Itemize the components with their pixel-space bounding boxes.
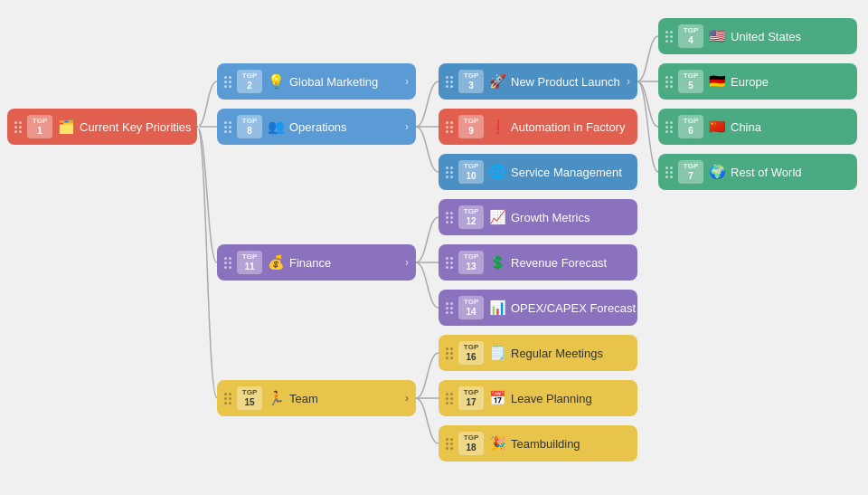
node-label: Service Management — [511, 166, 630, 179]
node-n9[interactable]: TGP 9 ❗ Automation in Factory — [439, 109, 637, 145]
node-label: Team — [289, 392, 400, 405]
drag-handle[interactable] — [224, 121, 231, 133]
drag-handle[interactable] — [665, 76, 673, 88]
drag-handle[interactable] — [665, 121, 673, 133]
node-n4[interactable]: TGP 4 🇺🇸 United States — [658, 18, 857, 54]
node-n6[interactable]: TGP 6 🇨🇳 China — [658, 109, 857, 145]
drag-handle[interactable] — [446, 347, 453, 359]
connection-line — [197, 127, 217, 262]
node-emoji: 🗂️ — [58, 119, 75, 135]
node-n1[interactable]: TGP 1 🗂️ Current Key Priorities › — [7, 109, 197, 145]
node-label: United States — [731, 30, 850, 43]
tgp-badge: TGP 9 — [458, 115, 484, 138]
connection-line — [416, 398, 439, 443]
chevron-icon: › — [627, 75, 630, 88]
tgp-badge: TGP 16 — [458, 341, 484, 365]
drag-handle[interactable] — [665, 167, 673, 178]
node-n2[interactable]: TGP 2 💡 Global Marketing › — [217, 63, 416, 100]
tgp-badge: TGP 6 — [678, 115, 703, 138]
node-label: OPEX/CAPEX Forecast — [511, 301, 636, 315]
chevron-icon: › — [405, 392, 409, 405]
drag-handle[interactable] — [446, 121, 453, 133]
node-emoji: ❗ — [489, 119, 506, 135]
node-n13[interactable]: TGP 13 💲 Revenue Forecast — [439, 244, 637, 281]
mindmap: TGP 1 🗂️ Current Key Priorities › TGP 2 … — [0, 0, 868, 495]
connection-line — [416, 262, 439, 308]
node-n5[interactable]: TGP 5 🇩🇪 Europe — [658, 63, 857, 100]
node-label: Rest of World — [731, 166, 850, 179]
tgp-badge: TGP 4 — [678, 24, 703, 48]
node-label: Growth Metrics — [511, 211, 630, 224]
connection-line — [637, 81, 658, 127]
tgp-badge: TGP 1 — [27, 115, 52, 138]
connection-line — [416, 353, 439, 398]
node-emoji: 📅 — [489, 390, 506, 406]
node-emoji: 💡 — [268, 73, 285, 90]
connection-line — [416, 81, 439, 127]
drag-handle[interactable] — [446, 393, 453, 405]
node-n12[interactable]: TGP 12 📈 Growth Metrics — [439, 199, 637, 235]
node-n16[interactable]: TGP 16 🗒️ Regular Meetings — [439, 335, 637, 371]
drag-handle[interactable] — [14, 121, 22, 133]
node-emoji: 🚀 — [489, 73, 506, 90]
node-label: Revenue Forecast — [511, 256, 630, 270]
node-emoji: 💲 — [489, 254, 506, 271]
drag-handle[interactable] — [446, 76, 453, 88]
chevron-icon: › — [197, 120, 201, 133]
node-n15[interactable]: TGP 15 🏃 Team › — [217, 380, 416, 416]
node-n10[interactable]: TGP 10 🌐 Service Management — [439, 154, 637, 190]
drag-handle[interactable] — [446, 167, 453, 178]
node-emoji: 📊 — [489, 300, 506, 316]
node-n18[interactable]: TGP 18 🎉 Teambuilding — [439, 425, 637, 462]
chevron-icon: › — [405, 120, 409, 133]
tgp-badge: TGP 3 — [458, 70, 484, 93]
node-emoji: 🌐 — [489, 164, 506, 180]
node-n11[interactable]: TGP 11 💰 Finance › — [217, 244, 416, 281]
connection-line — [197, 127, 217, 398]
node-n7[interactable]: TGP 7 🌍 Rest of World — [658, 154, 857, 190]
node-emoji: 🎉 — [489, 435, 506, 452]
tgp-badge: TGP 8 — [237, 115, 262, 138]
tgp-badge: TGP 7 — [678, 160, 703, 184]
drag-handle[interactable] — [446, 438, 453, 450]
node-n17[interactable]: TGP 17 📅 Leave Planning — [439, 380, 637, 416]
node-emoji: 🇩🇪 — [709, 73, 726, 90]
node-label: Operations — [289, 120, 400, 134]
node-emoji: 👥 — [268, 119, 285, 135]
tgp-badge: TGP 15 — [237, 386, 262, 410]
node-label: China — [731, 120, 850, 134]
drag-handle[interactable] — [446, 302, 453, 314]
node-label: Global Marketing — [289, 75, 400, 89]
node-n3[interactable]: TGP 3 🚀 New Product Launch › — [439, 63, 637, 100]
connection-line — [637, 36, 658, 81]
node-emoji: 💰 — [268, 254, 285, 271]
tgp-badge: TGP 13 — [458, 251, 484, 274]
node-emoji: 🇺🇸 — [709, 28, 726, 44]
tgp-badge: TGP 18 — [458, 432, 484, 455]
connection-line — [416, 127, 439, 172]
node-n14[interactable]: TGP 14 📊 OPEX/CAPEX Forecast — [439, 290, 637, 326]
drag-handle[interactable] — [224, 76, 231, 88]
connection-line — [637, 81, 658, 172]
node-label: Regular Meetings — [511, 347, 630, 360]
drag-handle[interactable] — [224, 393, 231, 405]
drag-handle[interactable] — [446, 212, 453, 224]
node-n8[interactable]: TGP 8 👥 Operations › — [217, 109, 416, 145]
tgp-badge: TGP 14 — [458, 296, 484, 319]
drag-handle[interactable] — [446, 257, 453, 269]
connection-line — [416, 217, 439, 262]
chevron-icon: › — [405, 256, 409, 269]
node-label: Leave Planning — [511, 392, 630, 405]
tgp-badge: TGP 2 — [237, 70, 262, 93]
node-emoji: 🏃 — [268, 390, 285, 406]
node-label: Finance — [289, 256, 400, 270]
node-emoji: 🗒️ — [489, 345, 506, 361]
node-emoji: 📈 — [489, 209, 506, 225]
node-emoji: 🇨🇳 — [709, 119, 726, 135]
tgp-badge: TGP 10 — [458, 160, 484, 184]
tgp-badge: TGP 17 — [458, 386, 484, 410]
drag-handle[interactable] — [224, 257, 231, 269]
node-label: New Product Launch — [511, 75, 621, 89]
node-label: Teambuilding — [511, 437, 630, 451]
drag-handle[interactable] — [665, 31, 673, 43]
